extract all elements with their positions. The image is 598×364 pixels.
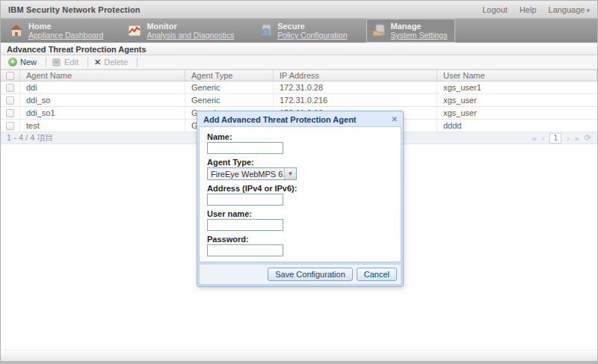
toolbar-divider [46,58,46,67]
dialog-title: Add Advanced Threat Protection Agent [203,115,357,124]
current-page-number[interactable]: 1 [549,133,561,144]
edit-button[interactable]: Edit [49,58,84,67]
tab-subtitle-link[interactable]: Appliance Dashboard [28,31,103,40]
add-agent-dialog: Add Advanced Threat Protection Agent ✕ N… [197,111,404,287]
row-checkbox[interactable] [6,122,14,130]
column-header-agent-name[interactable]: Agent Name [20,70,185,81]
next-page-icon[interactable]: › [567,134,570,143]
chevron-down-icon: ▾ [586,7,590,14]
header-links: Logout Help Language▾ [482,5,590,14]
cell-user-name: dddd [437,120,597,132]
password-field[interactable] [207,244,283,256]
cell-agent-name: ddi_so [20,94,185,106]
app-window: IBM Security Network Protection Logout H… [0,0,598,364]
home-icon [9,23,24,38]
cell-ip-address: 172.31.0.28 [274,81,437,93]
cell-agent-name: ddi_so1 [20,107,185,119]
prev-page-icon[interactable]: ‹ [542,134,545,143]
cell-user-name: xgs_user [437,107,597,119]
pagination-controls: « ‹ 1 › » ⟳ [532,133,591,144]
cell-ip-address: 172.31.0.216 [274,94,437,106]
toolbar-divider [137,58,138,67]
row-checkbox[interactable] [6,96,14,105]
delete-button[interactable]: ✕ Delete [91,58,134,67]
tab-title: Home [28,22,103,31]
select-all-checkbox[interactable] [6,72,14,80]
tab-title: Monitor [147,22,234,31]
main-nav: Home Appliance Dashboard Monitor Analysi… [1,19,597,43]
cell-agent-name: ddi [20,81,185,93]
column-header-ip-address[interactable]: IP Address [274,70,437,81]
help-link[interactable]: Help [520,5,537,14]
save-configuration-button[interactable]: Save Configuration [268,268,353,281]
refresh-icon[interactable]: ⟳ [585,133,591,143]
cell-user-name: xgs_user [437,94,597,106]
add-icon: + [8,58,17,67]
secure-shield-icon [258,23,273,38]
table-row[interactable]: ddi Generic 172.31.0.28 xgs_user1 [1,81,597,94]
table-row[interactable]: ddi_so Generic 172.31.0.216 xgs_user [1,94,597,107]
dialog-footer: Save Configuration Cancel [199,264,401,285]
first-page-icon[interactable]: « [532,134,537,143]
column-header-user-name[interactable]: User Name [437,70,597,81]
address-field-label: Address (IPv4 or IPv6): [207,184,393,193]
tab-subtitle-link[interactable]: Policy Configuration [277,31,347,40]
agent-type-field-label: Agent Type: [207,158,393,167]
new-button-label: New [20,58,37,67]
table-header-row: Agent Name Agent Type IP Address User Na… [1,70,597,81]
cell-agent-type: Generic [185,94,274,106]
logout-link[interactable]: Logout [482,5,508,14]
close-icon[interactable]: ✕ [392,116,398,123]
username-field-label: User name: [207,209,393,218]
tab-secure[interactable]: Secure Policy Configuration [253,19,355,43]
last-page-icon[interactable]: » [575,134,579,143]
row-checkbox[interactable] [6,109,14,117]
page-footer-strip [1,350,597,363]
page-title: Advanced Threat Protection Agents [7,45,147,54]
cell-agent-name: test [20,120,185,132]
manage-settings-icon [372,23,386,38]
agent-type-selected-value: FireEye WebMPS 6.2 [208,170,284,179]
delete-button-label: Delete [104,58,128,67]
tab-title: Manage [391,22,448,31]
dialog-body: Name: Agent Type: FireEye WebMPS 6.2 ▼ A… [199,126,401,262]
actions-toolbar: + New Edit ✕ Delete [1,55,597,70]
language-menu[interactable]: Language▾ [549,5,590,14]
delete-x-icon: ✕ [94,58,101,67]
address-field[interactable] [207,194,283,206]
section-header: Advanced Threat Protection Agents [1,43,597,55]
tab-home[interactable]: Home Appliance Dashboard [4,19,111,43]
name-field-label: Name: [207,132,393,141]
row-checkbox[interactable] [6,84,14,92]
toolbar-divider [87,58,88,67]
cell-user-name: xgs_user1 [437,81,597,93]
cell-agent-type: Generic [185,81,274,93]
edit-icon [52,58,61,67]
column-header-agent-type[interactable]: Agent Type [185,70,274,81]
pagination-summary: 1 - 4 / 4 項目 [7,132,53,144]
password-field-label: Password: [207,235,393,244]
tab-monitor[interactable]: Monitor Analysis and Diagnostics [122,19,242,43]
cancel-button[interactable]: Cancel [357,268,397,281]
chevron-down-icon[interactable]: ▼ [284,168,296,179]
edit-button-label: Edit [64,58,78,67]
new-button[interactable]: + New [5,58,43,67]
tab-title: Secure [277,22,347,31]
agent-type-select[interactable]: FireEye WebMPS 6.2 ▼ [207,167,297,180]
name-field[interactable] [207,142,283,154]
monitor-chart-icon [127,23,142,38]
username-field[interactable] [207,219,283,231]
tab-subtitle-link[interactable]: Analysis and Diagnostics [147,31,234,40]
dialog-title-bar[interactable]: Add Advanced Threat Protection Agent ✕ [199,113,401,126]
app-title: IBM Security Network Protection [8,5,141,14]
tab-manage[interactable]: Manage System Settings [366,19,456,43]
top-header-bar: IBM Security Network Protection Logout H… [1,1,597,19]
tab-subtitle-link[interactable]: System Settings [391,31,448,40]
